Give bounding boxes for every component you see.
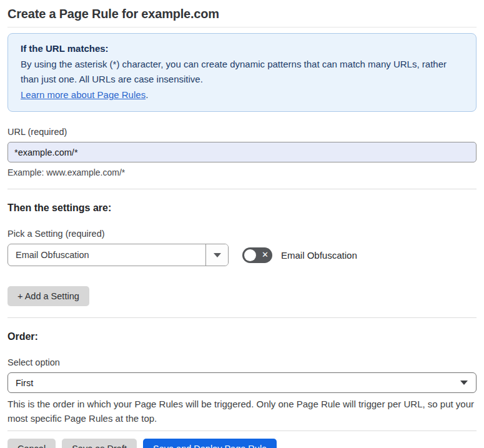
toggle-knob bbox=[244, 249, 256, 261]
title-block: Create a Page Rule for example.com bbox=[7, 0, 477, 27]
divider bbox=[7, 431, 477, 431]
order-section-heading: Order: bbox=[7, 331, 477, 342]
url-match-info-box: If the URL matches: By using the asteris… bbox=[7, 33, 477, 112]
toggle-wrap: ✕ Email Obfuscation bbox=[242, 247, 357, 263]
cancel-button[interactable]: Cancel bbox=[7, 439, 56, 448]
order-help-text: This is the order in which your Page Rul… bbox=[7, 397, 477, 426]
toggle-label: Email Obfuscation bbox=[281, 250, 357, 261]
page-title: Create a Page Rule for example.com bbox=[7, 7, 477, 21]
chevron-down-icon bbox=[460, 381, 468, 385]
order-select-label: Select option bbox=[7, 357, 477, 367]
setting-select[interactable]: Email Obfuscation bbox=[7, 244, 229, 266]
divider bbox=[7, 317, 477, 318]
add-setting-button[interactable]: + Add a Setting bbox=[7, 286, 89, 306]
close-icon: ✕ bbox=[262, 251, 269, 259]
info-link-line: Learn more about Page Rules. bbox=[21, 87, 463, 102]
footer-actions: Cancel Save as Draft Save and Deploy Pag… bbox=[7, 439, 477, 448]
pick-setting-label: Pick a Setting (required) bbox=[7, 229, 477, 239]
save-as-draft-button[interactable]: Save as Draft bbox=[62, 439, 137, 448]
link-suffix: . bbox=[146, 89, 148, 100]
url-label: URL (required) bbox=[7, 127, 477, 137]
setting-select-value: Email Obfuscation bbox=[8, 244, 205, 266]
setting-select-arrow-button[interactable] bbox=[205, 244, 228, 266]
info-box-body: By using the asterisk (*) character, you… bbox=[21, 57, 458, 87]
chevron-down-icon bbox=[214, 253, 221, 257]
order-select-value: First bbox=[16, 378, 33, 388]
save-and-deploy-button[interactable]: Save and Deploy Page Rule bbox=[143, 439, 277, 448]
info-box-heading: If the URL matches: bbox=[21, 41, 463, 56]
order-select[interactable]: First bbox=[7, 372, 477, 393]
learn-more-link[interactable]: Learn more about Page Rules bbox=[21, 89, 146, 100]
url-input[interactable] bbox=[7, 142, 477, 162]
email-obfuscation-toggle[interactable]: ✕ bbox=[242, 247, 272, 263]
setting-row: Email Obfuscation ✕ Email Obfuscation bbox=[7, 244, 477, 266]
url-example-text: Example: www.example.com/* bbox=[7, 167, 477, 177]
divider bbox=[7, 189, 477, 189]
settings-section-heading: Then the settings are: bbox=[7, 202, 477, 214]
create-page-rule-form: Create a Page Rule for example.com If th… bbox=[0, 0, 484, 448]
